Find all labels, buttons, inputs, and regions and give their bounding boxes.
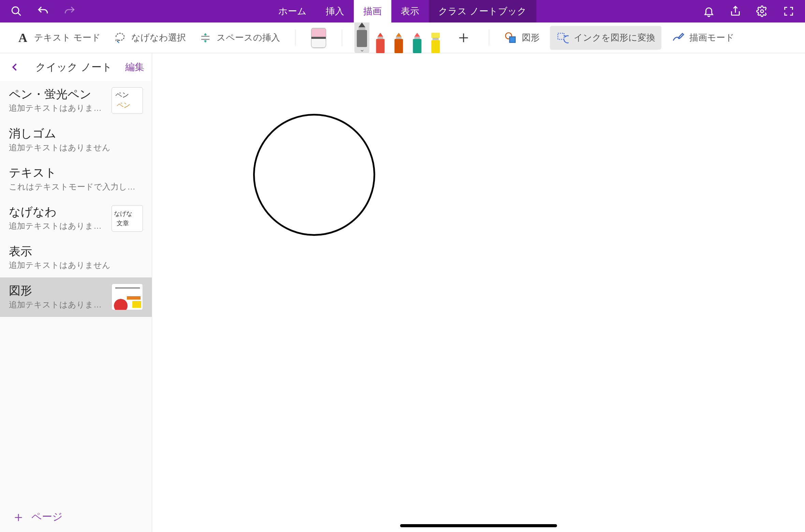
side-panel: クイック ノート 編集 ペン・蛍光ペン 追加テキストはありま… ペンペン 消しゴ…: [0, 53, 152, 532]
ink-to-shape-label: インクを図形に変換: [574, 32, 655, 44]
insert-space-label: スペースの挿入: [217, 32, 280, 44]
page-item-title: 図形: [9, 284, 107, 298]
page-item-title: ペン・蛍光ペン: [9, 88, 107, 102]
page-list-item[interactable]: なげなわ 追加テキストはありま… なげな文章: [0, 199, 152, 239]
back-button[interactable]: [8, 60, 23, 75]
ribbon-separator: [489, 30, 489, 46]
ribbon-separator: [295, 30, 295, 46]
svg-rect-14: [396, 36, 402, 39]
drawn-circle-shape[interactable]: [253, 114, 375, 236]
page-list-item[interactable]: 消しゴム 追加テキストはありません: [0, 121, 152, 160]
svg-rect-17: [414, 36, 420, 39]
page-item-subtitle: これはテキストモードで入力し…: [9, 181, 143, 192]
title-bar: ホーム 挿入 描画 表示 クラス ノートブック: [0, 0, 805, 22]
settings-icon[interactable]: [755, 4, 770, 19]
pen-orange[interactable]: [391, 31, 406, 53]
page-list-item[interactable]: 図形 追加テキストはありま…: [0, 277, 152, 317]
eraser-icon: [311, 28, 326, 48]
svg-rect-12: [376, 39, 385, 53]
fullscreen-icon[interactable]: [781, 4, 796, 19]
page-item-thumbnail: ペンペン: [112, 87, 143, 114]
shapes-button[interactable]: 図形: [501, 26, 542, 50]
section-title: クイック ノート: [23, 60, 125, 74]
side-panel-header: クイック ノート 編集: [0, 53, 152, 81]
titlebar-right-group: [701, 4, 805, 19]
ribbon-draw: A テキスト モード なげなわ選択 スペースの挿入 ⌄: [0, 22, 805, 53]
text-mode-button[interactable]: A テキスト モード: [14, 26, 103, 50]
drawing-mode-button[interactable]: 描画モード: [669, 26, 737, 50]
text-mode-label: テキスト モード: [34, 32, 101, 44]
svg-text:なげな: なげな: [114, 210, 132, 217]
page-list-item[interactable]: テキスト これはテキストモードで入力し…: [0, 160, 152, 199]
redo-icon: [62, 4, 77, 19]
svg-rect-21: [431, 40, 440, 53]
svg-rect-15: [395, 39, 403, 53]
pen-red[interactable]: [373, 31, 388, 53]
lasso-icon: [114, 31, 127, 44]
lasso-select-label: なげなわ選択: [131, 32, 186, 44]
page-item-title: テキスト: [9, 166, 143, 180]
tab-insert[interactable]: 挿入: [316, 0, 354, 22]
drawing-mode-icon: [672, 31, 685, 44]
svg-rect-8: [358, 27, 365, 30]
page-list-item[interactable]: 表示 追加テキストはありません: [0, 239, 152, 278]
titlebar-left-group: [0, 4, 77, 19]
pen-gallery: ⌄: [354, 22, 443, 53]
svg-point-4: [116, 39, 118, 41]
svg-rect-25: [510, 37, 515, 43]
share-icon[interactable]: [728, 4, 743, 19]
page-item-subtitle: 追加テキストはありません: [9, 142, 143, 153]
page-item-subtitle: 追加テキストはありま…: [9, 299, 107, 310]
svg-point-33: [114, 299, 128, 310]
tab-view[interactable]: 表示: [391, 0, 429, 22]
page-item-subtitle: 追加テキストはありま…: [9, 221, 107, 231]
page-item-title: 表示: [9, 245, 143, 259]
svg-marker-13: [396, 33, 402, 37]
tab-home[interactable]: ホーム: [269, 0, 316, 22]
insert-space-button[interactable]: スペースの挿入: [196, 26, 283, 50]
lasso-select-button[interactable]: なげなわ選択: [111, 26, 189, 50]
page-item-thumbnail: [112, 284, 143, 310]
ink-to-shape-icon: [556, 31, 569, 44]
svg-text:ペン: ペン: [115, 91, 129, 98]
svg-rect-11: [378, 36, 383, 39]
svg-rect-26: [558, 33, 564, 39]
home-indicator: [400, 524, 557, 527]
search-icon[interactable]: [9, 4, 24, 19]
svg-line-1: [18, 13, 21, 16]
svg-rect-32: [127, 296, 141, 300]
notifications-icon[interactable]: [701, 4, 716, 19]
chevron-down-icon: ⌄: [360, 46, 365, 52]
plus-icon: ＋: [12, 510, 25, 523]
undo-icon[interactable]: [35, 4, 50, 19]
page-item-title: なげなわ: [9, 205, 107, 219]
body: クイック ノート 編集 ペン・蛍光ペン 追加テキストはありま… ペンペン 消しゴ…: [0, 53, 805, 532]
add-pen-button[interactable]: [455, 30, 472, 46]
shapes-label: 図形: [522, 32, 540, 44]
drawing-mode-label: 描画モード: [689, 32, 734, 44]
page-list[interactable]: ペン・蛍光ペン 追加テキストはありま… ペンペン 消しゴム 追加テキストはありま…: [0, 81, 152, 501]
ink-to-shape-button[interactable]: インクを図形に変換: [550, 26, 661, 50]
page-item-title: 消しゴム: [9, 127, 143, 141]
eraser-tool[interactable]: [308, 26, 330, 50]
edit-button[interactable]: 編集: [125, 61, 144, 74]
add-page-button[interactable]: ＋ ページ: [0, 501, 152, 532]
svg-rect-34: [132, 301, 141, 308]
tab-draw[interactable]: 描画: [354, 0, 391, 22]
svg-rect-19: [431, 33, 440, 38]
svg-marker-7: [358, 22, 365, 27]
add-page-label: ページ: [31, 510, 63, 524]
svg-marker-10: [378, 33, 383, 37]
tab-class-notebook[interactable]: クラス ノートブック: [429, 0, 536, 22]
ribbon-separator: [342, 30, 342, 46]
pen-black[interactable]: ⌄: [354, 22, 369, 53]
svg-rect-9: [357, 30, 367, 47]
svg-point-0: [12, 7, 19, 14]
pen-teal[interactable]: [410, 31, 425, 53]
svg-rect-20: [433, 38, 439, 40]
svg-point-3: [761, 10, 764, 13]
pen-highlighter[interactable]: [428, 31, 443, 53]
page-list-item[interactable]: ペン・蛍光ペン 追加テキストはありま… ペンペン: [0, 81, 152, 121]
shapes-icon: [504, 31, 517, 44]
canvas[interactable]: [152, 53, 805, 532]
